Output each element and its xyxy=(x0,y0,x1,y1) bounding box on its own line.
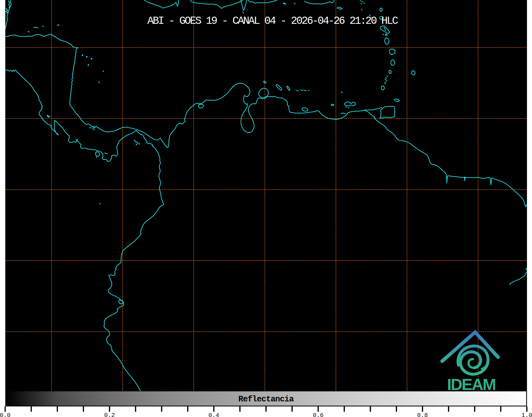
svg-text:IDEAM: IDEAM xyxy=(447,375,495,393)
